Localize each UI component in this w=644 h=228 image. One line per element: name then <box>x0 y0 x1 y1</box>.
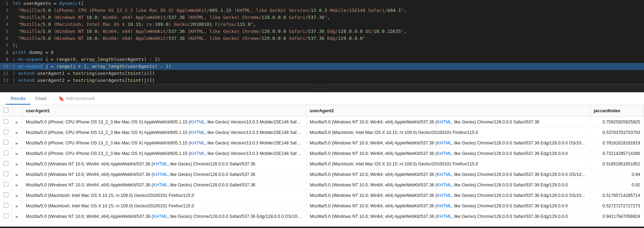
line-number: 3 <box>0 14 13 21</box>
row-checkbox[interactable] <box>3 161 8 166</box>
row-checkbox[interactable] <box>3 182 8 187</box>
line-content: | mv-expand j = range(i + 1, array_lengt… <box>13 63 644 70</box>
col-useragent2: userAgent2 <box>306 105 590 117</box>
cell-useragent1: Mozilla/5.0 (iPhone; CPU iPhone OS 13_2_… <box>22 138 306 148</box>
cell-useragent2: Mozilla/5.0 (Windows NT 10.0; Win64; x64… <box>306 201 590 211</box>
cell-useragent2: Mozilla/5.0 (Windows NT 10.0; Win64; x64… <box>306 211 590 222</box>
line-number: 1 <box>0 0 13 7</box>
row-expand-cell[interactable]: ▶ <box>12 159 22 169</box>
expand-icon[interactable]: ▶ <box>16 194 19 198</box>
code-line-6: 6 "Mozilla/5.0 (Windows NT 10.0; Win64; … <box>0 35 644 42</box>
results-table-container[interactable]: userAgent1 userAgent2 jaccardIndex ▶Mozi… <box>0 105 644 227</box>
row-checkbox-cell[interactable] <box>0 190 12 201</box>
select-all-checkbox[interactable] <box>3 108 8 113</box>
expand-header <box>12 105 22 117</box>
cell-useragent2: Mozilla/5.0 (Windows NT 10.0; Win64; x64… <box>306 117 590 127</box>
cell-jaccard: 0.51851851851852 <box>590 159 644 169</box>
cell-jaccard: 0.94117647058824 <box>590 211 644 222</box>
line-content: print dummy = 0 <box>13 49 644 56</box>
cell-useragent1: Mozilla/5.0 (Windows NT 10.0; Win64; x64… <box>22 211 306 222</box>
table-row: ▶Mozilla/5.0 (Macintosh; Intel Mac OS X … <box>0 201 644 211</box>
expand-icon[interactable]: ▶ <box>16 183 19 187</box>
line-content: | mv-expand i = range(0, array_length(us… <box>13 56 644 63</box>
row-checkbox[interactable] <box>3 203 8 208</box>
row-expand-cell[interactable]: ▶ <box>12 211 22 222</box>
table-row: ▶Mozilla/5.0 (Windows NT 10.0; Win64; x6… <box>0 180 644 190</box>
cell-useragent1: Mozilla/5.0 (Windows NT 10.0; Win64; x64… <box>22 180 306 190</box>
row-checkbox-cell[interactable] <box>0 169 12 180</box>
col-useragent1: userAgent1 <box>22 105 306 117</box>
col-jaccard: jaccardIndex <box>590 105 644 117</box>
expand-icon[interactable]: ▶ <box>16 204 19 208</box>
tab-results[interactable]: Results <box>6 93 30 105</box>
expand-icon[interactable]: ▶ <box>16 152 19 156</box>
code-line-4: 4 "Mozilla/5.0 (Macintosh; Intel Mac OS … <box>0 21 644 28</box>
table-row: ▶Mozilla/5.0 (Windows NT 10.0; Win64; x6… <box>0 211 644 222</box>
bookmark-label: Add bookmark <box>66 96 95 101</box>
row-checkbox[interactable] <box>3 129 8 134</box>
line-number: 11 <box>0 70 13 77</box>
row-checkbox[interactable] <box>3 119 8 124</box>
row-checkbox-cell[interactable] <box>0 148 12 159</box>
row-checkbox[interactable] <box>3 140 8 145</box>
tabs-bar: ResultsChart 🔖 Add bookmark <box>0 92 644 105</box>
expand-icon[interactable]: ▶ <box>16 120 19 124</box>
row-expand-cell[interactable]: ▶ <box>12 201 22 211</box>
expand-icon[interactable]: ▶ <box>16 173 19 177</box>
row-checkbox-cell[interactable] <box>0 138 12 148</box>
cell-jaccard: 0.94 <box>590 169 644 180</box>
cell-jaccard: 0.92 <box>590 180 644 190</box>
cell-jaccard: 0.52727272727273 <box>590 201 644 211</box>
row-expand-cell[interactable]: ▶ <box>12 190 22 201</box>
expand-icon[interactable]: ▶ <box>16 131 19 135</box>
code-line-2: 2 "Mozilla/5.0 (iPhone; CPU iPhone OS 13… <box>0 7 644 14</box>
row-checkbox-cell[interactable] <box>0 117 12 127</box>
add-bookmark-button[interactable]: 🔖 Add bookmark <box>56 94 98 103</box>
code-line-7: 7); <box>0 42 644 49</box>
line-content: "Mozilla/5.0 (Windows NT 10.0; Win64; x6… <box>13 14 644 21</box>
line-content: "Mozilla/5.0 (iPhone; CPU iPhone OS 13_2… <box>13 7 644 14</box>
line-number: 9 <box>0 56 13 63</box>
expand-icon[interactable]: ▶ <box>16 141 19 145</box>
code-line-10: 10| mv-expand j = range(i + 1, array_len… <box>0 63 644 70</box>
line-number: 5 <box>0 28 13 35</box>
select-all-header[interactable] <box>0 105 12 117</box>
cell-useragent1: Mozilla/5.0 (Windows NT 10.0; Win64; x64… <box>22 159 306 169</box>
row-expand-cell[interactable]: ▶ <box>12 117 22 127</box>
line-content: | extend userAgent1 = tostring(userAgent… <box>13 70 644 77</box>
line-number: 7 <box>0 42 13 49</box>
cell-useragent2: Mozilla/5.0 (Windows NT 10.0; Win64; x64… <box>306 180 590 190</box>
cell-useragent2: Mozilla/5.0 (Macintosh; Intel Mac OS X 1… <box>306 127 590 138</box>
cell-useragent1: Mozilla/5.0 (iPhone; CPU iPhone OS 13_2_… <box>22 148 306 159</box>
cell-jaccard: 0.78181818181819 <box>590 138 644 148</box>
expand-icon[interactable]: ▶ <box>16 162 19 166</box>
row-expand-cell[interactable]: ▶ <box>12 148 22 159</box>
row-checkbox-cell[interactable] <box>0 159 12 169</box>
row-expand-cell[interactable]: ▶ <box>12 169 22 180</box>
row-checkbox[interactable] <box>3 150 8 155</box>
row-expand-cell[interactable]: ▶ <box>12 138 22 148</box>
cell-useragent2: Mozilla/5.0 (Windows NT 10.0; Win64; x64… <box>306 138 590 148</box>
row-checkbox[interactable] <box>3 192 8 197</box>
table-row: ▶Mozilla/5.0 (Macintosh; Intel Mac OS X … <box>0 190 644 201</box>
row-checkbox-cell[interactable] <box>0 180 12 190</box>
row-checkbox[interactable] <box>3 213 8 218</box>
row-checkbox-cell[interactable] <box>0 211 12 222</box>
row-checkbox[interactable] <box>3 171 8 176</box>
table-row: ▶Mozilla/5.0 (iPhone; CPU iPhone OS 13_2… <box>0 127 644 138</box>
line-content: ); <box>13 42 644 49</box>
line-content: | extend userAgent2 = tostring(userAgent… <box>13 77 644 84</box>
expand-icon[interactable]: ▶ <box>16 215 19 219</box>
cell-jaccard: 0.51785714285714 <box>590 190 644 201</box>
row-checkbox-cell[interactable] <box>0 201 12 211</box>
line-content: let userAgents = dynamic([ <box>13 0 644 7</box>
row-expand-cell[interactable]: ▶ <box>12 127 22 138</box>
line-content: "Mozilla/5.0 (Windows NT 10.0; Win64; x6… <box>13 28 644 35</box>
row-checkbox-cell[interactable] <box>0 127 12 138</box>
ellipsis-separator: ... <box>0 84 644 92</box>
cell-useragent1: Mozilla/5.0 (Windows NT 10.0; Win64; x64… <box>22 169 306 180</box>
tab-chart[interactable]: Chart <box>30 93 51 105</box>
code-line-3: 3 "Mozilla/5.0 (Windows NT 10.0; Win64; … <box>0 14 644 21</box>
row-expand-cell[interactable]: ▶ <box>12 180 22 190</box>
line-number: 6 <box>0 35 13 42</box>
